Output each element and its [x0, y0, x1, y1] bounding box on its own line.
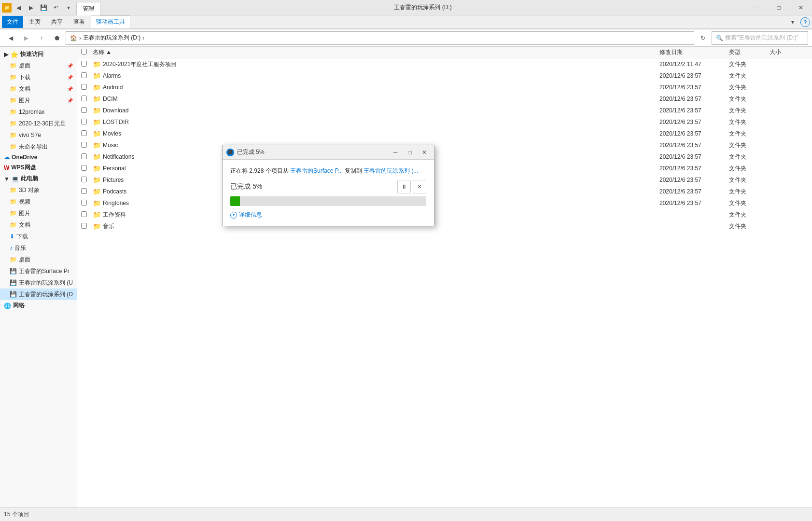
sidebar-item-vivo[interactable]: 📁 vivo S7e	[0, 129, 77, 141]
maximize-button[interactable]: □	[768, 0, 790, 15]
sidebar-item-12promax[interactable]: 📁 12promax	[0, 106, 77, 118]
back-quick-btn[interactable]: ◀	[13, 2, 24, 14]
quick-access-header[interactable]: ▶ ⭐ 快速访问	[0, 49, 77, 60]
sidebar-item-newyear[interactable]: 📁 2020-12-30日元旦	[0, 118, 77, 129]
table-row[interactable]: 📁 Music 2020/12/6 23:57 文件夹	[77, 139, 812, 151]
tab-share[interactable]: 共享	[46, 16, 68, 28]
ribbon-active-tab[interactable]: 管理	[76, 2, 100, 15]
header-checkbox[interactable]	[81, 49, 91, 56]
row-checkbox[interactable]	[81, 130, 91, 137]
row-checkbox[interactable]	[81, 211, 91, 219]
active-tab-label: 管理	[83, 5, 94, 13]
path-text: 王春雷的玩涂系列 (D:)	[83, 34, 140, 42]
chevron-down-icon[interactable]: ▾	[787, 16, 798, 28]
help-icon[interactable]: ?	[800, 17, 810, 27]
wps-header[interactable]: W WPS网盘	[0, 162, 77, 173]
row-date: 2020/12/6 23:57	[659, 153, 727, 160]
tab-drive-tools[interactable]: 驱动器工具	[91, 15, 130, 28]
sidebar-item-pictures[interactable]: 📁 图片 📌	[0, 95, 77, 106]
row-checkbox[interactable]	[81, 153, 91, 161]
row-checkbox[interactable]	[81, 200, 91, 207]
row-date: 2020/12/6 23:57	[659, 200, 727, 206]
minimize-button[interactable]: ─	[745, 0, 768, 15]
table-row[interactable]: 📁 2020-2021年度社工服务项目 2020/12/2 11:47 文件夹	[77, 58, 812, 70]
folder-icon: 📁	[93, 188, 101, 195]
table-row[interactable]: 📁 DCIM 2020/12/6 23:57 文件夹	[77, 93, 812, 105]
tab-file[interactable]: 文件	[2, 16, 23, 28]
sidebar-item-downloads[interactable]: ⬇ 下载	[0, 231, 77, 242]
row-checkbox[interactable]	[81, 142, 91, 149]
table-row[interactable]: 📁 LOST.DIR 2020/12/6 23:57 文件夹	[77, 116, 812, 128]
network-header[interactable]: 🌐 网络	[0, 300, 77, 311]
source-link[interactable]: 王春雷的Surface P...	[290, 167, 343, 174]
folder-icon: 📁	[93, 72, 101, 80]
header-size[interactable]: 大小	[770, 48, 808, 56]
sidebar-item-pics[interactable]: 📁 图片	[0, 207, 77, 219]
address-path[interactable]: 🏠 › 王春雷的玩涂系列 (D:) ›	[66, 31, 694, 45]
sidebar-item-video[interactable]: 📁 视频	[0, 196, 77, 207]
folder-icon: 📁	[93, 153, 101, 161]
refresh-button[interactable]: ↻	[696, 31, 710, 45]
row-checkbox[interactable]	[81, 107, 91, 114]
table-row[interactable]: 📁 Download 2020/12/6 23:57 文件夹	[77, 105, 812, 116]
row-checkbox[interactable]	[81, 119, 91, 126]
close-button[interactable]: ✕	[790, 0, 812, 15]
tab-home[interactable]: 主页	[24, 16, 45, 28]
dialog-maximize-button[interactable]: □	[404, 147, 416, 158]
table-row[interactable]: 📁 工作资料 文件夹	[77, 209, 812, 220]
sidebar-item-wanchunyouthu[interactable]: 💾 王春雷的玩涂系列 (U	[0, 277, 77, 288]
thispc-header[interactable]: ▼ 💻 此电脑	[0, 173, 77, 184]
select-all-checkbox[interactable]	[81, 49, 87, 55]
dialog-minimize-button[interactable]: ─	[390, 147, 401, 158]
onedrive-header[interactable]: ☁ OneDrive	[0, 152, 77, 162]
header-name[interactable]: 名称 ▲	[93, 48, 658, 56]
row-checkbox[interactable]	[81, 177, 91, 184]
table-row[interactable]: 📁 Android 2020/12/6 23:57 文件夹	[77, 82, 812, 93]
table-row[interactable]: 📁 Movies 2020/12/6 23:57 文件夹	[77, 128, 812, 139]
pin-icon: 📌	[67, 75, 73, 80]
copy-details-row[interactable]: ▾ 详细信息	[230, 211, 426, 219]
table-row[interactable]: 📁 Pictures 2020/12/6 23:57 文件夹	[77, 174, 812, 186]
sidebar-item-documents[interactable]: 📁 文档	[0, 219, 77, 231]
row-checkbox[interactable]	[81, 96, 91, 103]
header-type[interactable]: 类型	[729, 48, 768, 56]
row-checkbox[interactable]	[81, 165, 91, 172]
table-row[interactable]: 📁 音乐 文件夹	[77, 220, 812, 232]
sidebar-item-3d[interactable]: 📁 3D 对象	[0, 184, 77, 196]
row-name: 📁 2020-2021年度社工服务项目	[93, 60, 658, 69]
row-checkbox[interactable]	[81, 84, 91, 91]
wps-label: WPS网盘	[11, 164, 36, 172]
up-button[interactable]: ↑	[35, 31, 48, 45]
dest-link[interactable]: 王春雷的玩涂系列 (...	[364, 167, 418, 174]
table-row[interactable]: 📁 Podcasts 2020/12/6 23:57 文件夹	[77, 186, 812, 197]
save-btn[interactable]: 💾	[38, 2, 49, 14]
sidebar-item-docs[interactable]: 📁 文档 📌	[0, 83, 77, 95]
back-button[interactable]: ◀	[4, 31, 17, 45]
sidebar-item-music[interactable]: ♪ 音乐	[0, 242, 77, 254]
tab-view[interactable]: 查看	[69, 16, 90, 28]
table-row[interactable]: 📁 Alarms 2020/12/6 23:57 文件夹	[77, 70, 812, 82]
table-row[interactable]: 📁 Personal 2020/12/6 23:57 文件夹	[77, 163, 812, 174]
table-row[interactable]: 📁 Ringtones 2020/12/6 23:57 文件夹	[77, 197, 812, 209]
copy-cancel-button[interactable]: ✕	[413, 180, 426, 193]
forward-quick-btn[interactable]: ▶	[25, 2, 37, 14]
undo-btn[interactable]: ↶	[50, 2, 62, 14]
search-bar[interactable]: 🔍 搜索"王春雷的玩涂系列 (D:)"	[712, 31, 808, 45]
dropdown-btn[interactable]: ▾	[63, 2, 74, 14]
copy-pause-button[interactable]: ⏸	[397, 180, 411, 193]
header-date[interactable]: 修改日期	[659, 48, 727, 56]
sidebar-item-download[interactable]: 📁 下载 📌	[0, 71, 77, 83]
forward-button[interactable]: ▶	[19, 31, 33, 45]
sidebar-item-desk[interactable]: 📁 桌面	[0, 254, 77, 265]
row-checkbox[interactable]	[81, 223, 91, 230]
sidebar-item-surface[interactable]: 💾 王春雷的Surface Pr	[0, 265, 77, 277]
table-row[interactable]: 📁 Notifications 2020/12/6 23:57 文件夹	[77, 151, 812, 163]
sidebar-item-unnamed[interactable]: 📁 未命名导出	[0, 141, 77, 152]
sidebar-label: 桌面	[19, 62, 30, 70]
sidebar-item-desktop[interactable]: 📁 桌面 📌	[0, 60, 77, 71]
dialog-close-button[interactable]: ✕	[419, 147, 430, 158]
row-checkbox[interactable]	[81, 61, 91, 68]
row-checkbox[interactable]	[81, 72, 91, 80]
row-checkbox[interactable]	[81, 188, 91, 195]
sidebar-item-wanchunyouthd[interactable]: 💾 王春雷的玩涂系列 (D	[0, 288, 77, 300]
